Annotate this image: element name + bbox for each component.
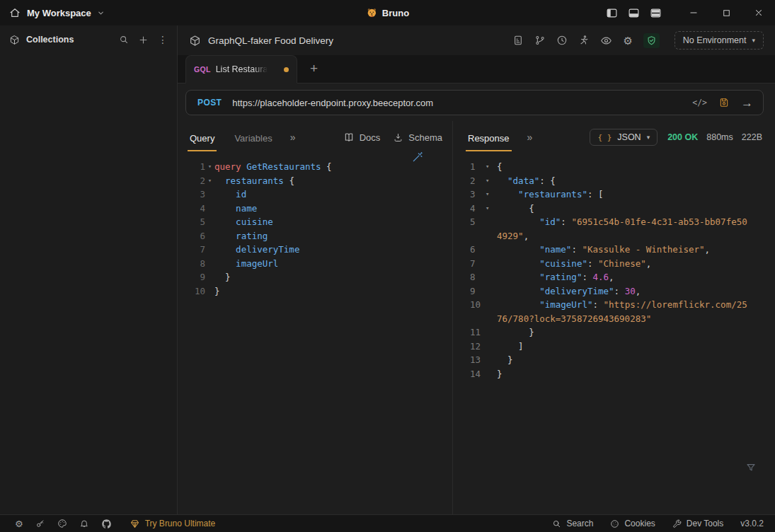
github-icon[interactable] [101,519,112,529]
line-number: 6 [470,243,486,257]
fold-caret-icon[interactable]: ▾ [486,187,497,202]
window-maximize-button[interactable] [710,0,742,25]
search-icon [552,519,561,528]
window-minimize-button[interactable] [677,0,710,25]
fold-gutter [486,340,497,354]
response-viewer[interactable]: 1▾{2▾ "data": {3▾ "restaurants": [4▾ {5 … [453,154,775,514]
generate-code-icon[interactable]: </> [692,98,707,108]
code-line: 9 } [188,270,452,284]
code-line: 4▾ { [470,202,775,216]
theme-palette-icon[interactable] [57,519,67,528]
window-close-button[interactable] [742,0,775,25]
line-number: 12 [470,340,486,354]
fold-gutter [486,229,497,243]
fold-caret-icon[interactable]: ▾ [486,174,497,188]
tab-query[interactable]: Query [188,123,217,151]
tab-gql-badge: GQL [194,65,211,74]
collection-docs-icon[interactable] [512,35,524,46]
cookies-button[interactable]: Cookies [610,519,655,528]
fold-caret-icon[interactable]: ▾ [486,160,497,174]
collection-title: GraphQL-faker Food Delivery [208,35,333,46]
eye-icon[interactable] [600,35,612,47]
fold-caret-icon[interactable]: ▾ [205,160,214,174]
kebab-menu-icon[interactable]: ⋮ [158,35,168,45]
app-title: Bruno [366,7,409,18]
method-selector[interactable]: POST [186,98,232,108]
collection-settings-gear-icon[interactable]: ⚙ [623,35,632,46]
line-number: 1 [470,160,486,174]
security-shield-check-icon[interactable] [643,33,660,48]
line-number: 4 [188,202,205,216]
fold-gutter [205,202,214,216]
code-line: 8 imageUrl [188,257,452,271]
line-number: 8 [188,257,205,271]
docs-label: Docs [360,132,381,143]
try-bruno-ultimate-link[interactable]: Try Bruno Ultimate [130,519,216,529]
line-number: 5 [188,215,205,229]
url-input[interactable]: https://placeholder-endpoint.proxy.beece… [232,98,692,108]
prettify-wand-icon[interactable] [411,151,424,163]
new-tab-button[interactable]: + [302,54,326,83]
tab-variables[interactable]: Variables [232,123,274,151]
url-row: POST https://placeholder-endpoint.proxy.… [178,83,775,121]
devtools-label: Dev Tools [687,519,723,528]
filter-funnel-icon[interactable] [745,462,757,473]
code-line: 3 id [188,187,452,202]
line-number: 7 [470,257,486,271]
key-icon[interactable] [35,519,45,528]
git-branch-icon[interactable] [534,35,546,46]
fold-gutter [486,284,497,299]
search-button[interactable]: Search [552,519,593,528]
runner-icon[interactable] [578,35,590,46]
code-line: 1▾{ [470,160,775,174]
search-icon[interactable] [119,35,129,45]
send-request-icon[interactable]: → [741,97,753,109]
toggle-left-panel-icon[interactable] [606,7,618,19]
fold-caret-icon[interactable]: ▾ [205,174,214,188]
tab-response[interactable]: Response [466,123,512,151]
response-format-selector[interactable]: { } JSON ▾ [590,129,658,146]
code-line: 14} [470,367,775,381]
collections-header[interactable]: Collections ⋮ [0,28,177,51]
response-size: 222B [742,132,762,142]
code-line: 3▾ "restaurants": [ [470,187,775,202]
request-tab[interactable]: GQL List Restaura [185,55,297,83]
main-area: GraphQL-faker Food Delivery ⚙ [178,25,775,514]
fold-caret-icon[interactable]: ▾ [486,202,497,216]
settings-gear-icon[interactable]: ⚙ [15,519,23,528]
status-badge: 200 OK [667,132,698,142]
toggle-bottom-panel-icon[interactable] [628,7,640,19]
wrench-icon [672,519,682,528]
notifications-bell-icon[interactable] [79,519,89,528]
toggle-split-panel-icon[interactable] [650,7,662,19]
line-number: 9 [470,284,486,299]
tab-title: List Restaura [216,64,268,74]
schema-button[interactable]: Schema [393,132,442,143]
request-tabstrip: GQL List Restaura + [178,55,775,83]
fold-gutter [205,284,214,299]
caret-down-icon: ▾ [752,37,755,44]
collection-header: GraphQL-faker Food Delivery ⚙ [178,25,775,55]
code-line: 12 ] [470,340,775,354]
caret-down-icon: ▾ [647,134,650,141]
line-number: 5 [470,215,486,229]
environment-selector[interactable]: No Environment ▾ [674,31,764,50]
fold-gutter [486,270,497,284]
home-icon[interactable] [9,7,21,18]
braces-icon: { } [597,133,612,142]
history-clock-icon[interactable] [556,35,568,46]
devtools-button[interactable]: Dev Tools [672,519,723,528]
code-line: 7 "cuisine": "Chinese", [470,257,775,271]
collection-cube-icon [189,35,201,47]
docs-button[interactable]: Docs [343,132,381,143]
more-response-tabs-chevron-icon[interactable]: » [527,132,533,143]
add-collection-icon[interactable] [138,35,149,45]
more-tabs-chevron-icon[interactable]: » [290,132,296,143]
response-time: 880ms [706,132,733,142]
workspace-switcher[interactable]: My Workspace [27,8,105,18]
line-number: 7 [188,243,205,257]
save-icon[interactable] [718,97,730,108]
fold-gutter [205,243,214,257]
line-number: 1 [188,160,205,174]
query-editor[interactable]: 1▾query GetRestaurants {2▾ restaurants {… [178,154,452,514]
